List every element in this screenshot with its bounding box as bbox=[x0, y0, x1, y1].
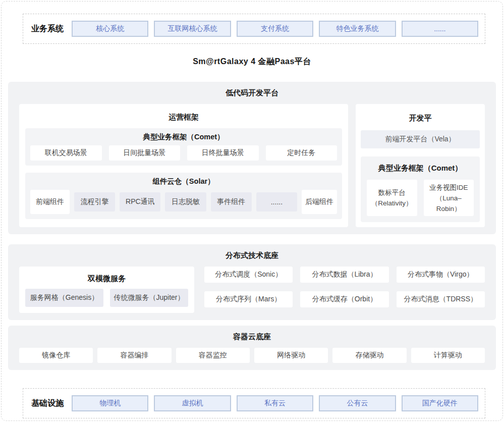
operation-framework-card: 运营框架 典型业务框架（Comet） 联机交易场景 日间批量场景 日终批量场景 … bbox=[19, 104, 348, 227]
scene-scheduled-task: 定时任务 bbox=[266, 145, 338, 161]
comet-framework-title: 典型业务框架（Comet） bbox=[30, 132, 337, 141]
business-system-payment: 支付系统 bbox=[237, 21, 313, 37]
solar-more: ...... bbox=[256, 192, 297, 212]
image-registry: 镜像仓库 bbox=[19, 348, 93, 363]
relativity-code: （Relativity） bbox=[371, 198, 413, 208]
solar-subcard: 组件云仓（Solar） 前端组件 流程引擎 RPC通讯 日志脱敏 事件组件 ..… bbox=[25, 173, 342, 219]
lowcode-section: 低代码开发平台 运营框架 典型业务框架（Comet） 联机交易场景 日间批量场景… bbox=[8, 82, 496, 234]
relativity-name: 数标平台 bbox=[378, 187, 406, 198]
solar-backend-components: 后端组件 bbox=[302, 190, 337, 214]
solar-title: 组件云仓（Solar） bbox=[30, 177, 337, 186]
distributed-section: 分布式技术底座 双模微服务 服务网格（Genesis） 传统微服务（Jupite… bbox=[8, 244, 496, 320]
distributed-section-title: 分布式技术底座 bbox=[19, 250, 485, 260]
infra-physical-machine: 物理机 bbox=[72, 395, 148, 411]
operation-framework-title: 运营框架 bbox=[25, 112, 342, 122]
infrastructure-items: 物理机 虚拟机 私有云 公有云 国产化硬件 bbox=[72, 395, 478, 411]
infra-public-cloud: 公有云 bbox=[319, 395, 396, 411]
virgo-transaction: 分布式事物（Virgo） bbox=[397, 267, 485, 283]
infrastructure-label: 基础设施 bbox=[23, 398, 72, 409]
dev-platform-title: 开发平 bbox=[361, 113, 480, 123]
dev-comet-title: 典型业务框架（Comet） bbox=[367, 164, 474, 173]
solar-rpc: RPC通讯 bbox=[120, 192, 160, 212]
tdrss-message: 分布式消息（TDRSS） bbox=[397, 291, 485, 307]
network-driver: 网络驱动 bbox=[254, 348, 328, 363]
dual-mode-title: 双模微服务 bbox=[25, 274, 188, 284]
mars-sequence: 分布式序列（Mars） bbox=[204, 291, 293, 307]
container-orchestration: 容器编排 bbox=[97, 348, 171, 363]
relativity-platform: 数标平台 （Relativity） bbox=[367, 180, 417, 216]
platform-title: Sm@rtGalaxy 4 金融Paas平台 bbox=[0, 56, 504, 67]
container-section-title: 容器云底座 bbox=[19, 332, 485, 342]
business-systems-items: 核心系统 互联网核心系统 支付系统 特色业务系统 ...... bbox=[72, 21, 478, 37]
sonic-scheduler: 分布式调度（Sonic） bbox=[204, 267, 293, 283]
solar-log-masking: 日志脱敏 bbox=[165, 192, 206, 212]
storage-driver: 存储驱动 bbox=[332, 348, 406, 363]
business-systems-band: 业务系统 核心系统 互联网核心系统 支付系统 特色业务系统 ...... bbox=[23, 14, 485, 44]
scene-endday-batch: 日终批量场景 bbox=[187, 145, 259, 161]
dev-comet-subcard: 典型业务框架（Comet） 数标平台 （Relativity） 业务视图IDE … bbox=[361, 156, 480, 222]
comet-framework-subcard: 典型业务框架（Comet） 联机交易场景 日间批量场景 日终批量场景 定时任务 bbox=[25, 128, 342, 166]
genesis-service-mesh: 服务网格（Genesis） bbox=[25, 289, 103, 307]
solar-process-engine: 流程引擎 bbox=[74, 192, 115, 212]
lowcode-section-title: 低代码开发平台 bbox=[19, 88, 485, 98]
dev-platform-card: 开发平 前端开发平台（Vela） 典型业务框架（Comet） 数标平台 （Rel… bbox=[356, 104, 485, 227]
vela-frontend-platform: 前端开发平台（Vela） bbox=[361, 130, 480, 148]
scene-daytime-batch: 日间批量场景 bbox=[109, 145, 181, 161]
business-system-core: 核心系统 bbox=[72, 21, 148, 37]
luna-robin-ide: 业务视图IDE （Luna–Robin） bbox=[424, 180, 474, 216]
scene-online-trade: 联机交易场景 bbox=[30, 145, 102, 161]
container-section: 容器云底座 镜像仓库 容器编排 容器监控 网络驱动 存储驱动 计算驱动 bbox=[8, 326, 496, 370]
business-system-more: ...... bbox=[402, 21, 478, 37]
distributed-services-grid: 分布式调度（Sonic） 分布式数据（Libra） 分布式事物（Virgo） 分… bbox=[204, 267, 485, 313]
solar-frontend-components: 前端组件 bbox=[30, 190, 70, 214]
business-system-internet-core: 互联网核心系统 bbox=[154, 21, 231, 37]
infra-private-cloud: 私有云 bbox=[237, 395, 313, 411]
dual-mode-card: 双模微服务 服务网格（Genesis） 传统微服务（Jupiter） bbox=[19, 267, 194, 313]
business-system-special: 特色业务系统 bbox=[319, 21, 396, 37]
container-monitoring: 容器监控 bbox=[176, 348, 250, 363]
compute-driver: 计算驱动 bbox=[411, 348, 485, 363]
infra-virtual-machine: 虚拟机 bbox=[154, 395, 231, 411]
libra-data: 分布式数据（Libra） bbox=[300, 267, 388, 283]
luna-robin-name: 业务视图IDE bbox=[429, 182, 468, 193]
business-systems-label: 业务系统 bbox=[23, 24, 72, 34]
orbit-cache: 分布式缓存（Orbit） bbox=[300, 291, 388, 307]
infrastructure-band: 基础设施 物理机 虚拟机 私有云 公有云 国产化硬件 bbox=[23, 388, 485, 418]
jupiter-microservice: 传统微服务（Jupiter） bbox=[110, 289, 188, 307]
infra-domestic-hardware: 国产化硬件 bbox=[402, 395, 478, 411]
solar-event-components: 事件组件 bbox=[211, 192, 252, 212]
luna-robin-code: （Luna–Robin） bbox=[424, 193, 474, 214]
